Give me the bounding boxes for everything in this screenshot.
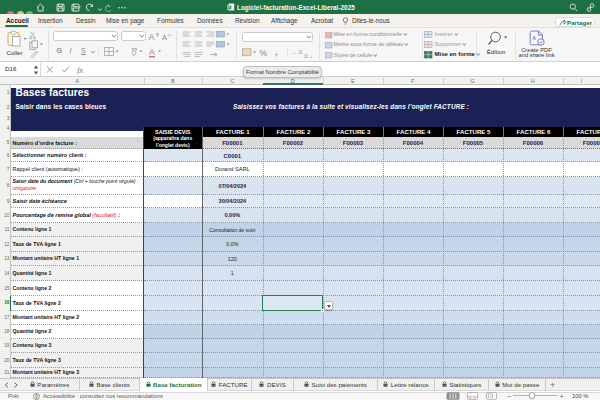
svg-text:,: , (275, 48, 278, 57)
svg-text:.0→: .0→ (303, 53, 312, 59)
svg-text:%: % (260, 48, 268, 58)
svg-text:←.0: ←.0 (292, 49, 302, 55)
svg-text:A: A (149, 32, 155, 42)
svg-text:A: A (533, 35, 537, 40)
svg-text:fx: fx (77, 65, 83, 74)
svg-text:A: A (162, 33, 167, 42)
svg-text:A: A (149, 47, 155, 57)
